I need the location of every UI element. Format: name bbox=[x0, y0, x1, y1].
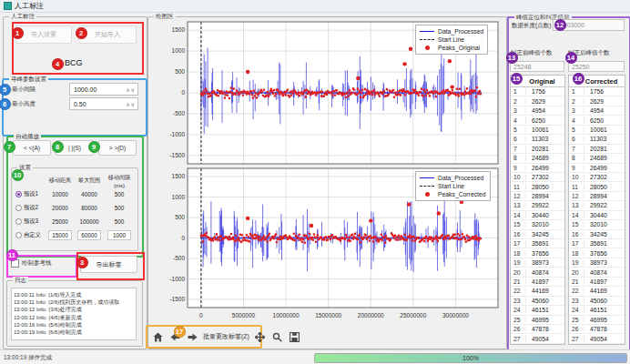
table-row[interactable]: 46250 bbox=[569, 116, 625, 125]
table-row[interactable]: 1027302 bbox=[569, 173, 625, 182]
table-row[interactable]: 824689 bbox=[569, 154, 625, 163]
settings-column-header: 移动间隔(ms) bbox=[105, 174, 134, 188]
table-row[interactable]: 1430440 bbox=[511, 211, 564, 220]
original-peaks-table[interactable]: Original 1175622629349544625051006161130… bbox=[510, 75, 565, 345]
table-row[interactable]: 720281 bbox=[511, 145, 564, 154]
table-row[interactable]: 2749054 bbox=[511, 334, 564, 343]
table-row[interactable]: 1128050 bbox=[511, 182, 564, 191]
forward-icon[interactable] bbox=[186, 329, 198, 344]
autoplay-next-button[interactable]: > >(D) bbox=[98, 140, 137, 156]
table-row[interactable]: 926499 bbox=[569, 164, 625, 173]
table-row[interactable]: 926499 bbox=[511, 164, 564, 173]
table-row[interactable]: 1735691 bbox=[511, 239, 564, 248]
legend-top-chart: Data_ProcessedStart LinePeaks_Original bbox=[415, 25, 488, 55]
custom-value-input[interactable]: 15000 bbox=[48, 230, 72, 240]
svg-text:30000000: 30000000 bbox=[442, 312, 469, 318]
table-row[interactable]: 2040874 bbox=[569, 268, 625, 277]
table-row[interactable]: 2040874 bbox=[511, 268, 564, 277]
data-length-label: 数据长度(点数) bbox=[512, 22, 551, 30]
table-row[interactable]: 611303 bbox=[569, 135, 625, 144]
table-row[interactable]: 46250 bbox=[511, 116, 564, 125]
import-settings-button[interactable]: 导入设置 bbox=[15, 25, 72, 44]
custom-value-input[interactable]: 60000 bbox=[77, 230, 101, 240]
zoom-icon[interactable] bbox=[271, 329, 284, 344]
min-interval-spinbox[interactable]: 1000.00 ∧∨ bbox=[69, 83, 138, 96]
batch-edit-labels-button[interactable]: 批量更改标签(Z) bbox=[203, 332, 249, 341]
draw-reference-checkbox[interactable]: 绘制参考线 bbox=[11, 259, 52, 268]
row-number: 4 bbox=[569, 117, 584, 124]
preset-value[interactable]: 1000 bbox=[105, 230, 134, 240]
table-row[interactable]: 34954 bbox=[511, 106, 564, 116]
table-row[interactable]: 1228994 bbox=[511, 192, 564, 201]
min-height-spinbox[interactable]: 0.50 ∧∨ bbox=[69, 97, 138, 110]
table-row[interactable]: 2345060 bbox=[511, 297, 564, 306]
table-row[interactable]: 11756 bbox=[569, 87, 625, 96]
table-row[interactable]: 1837656 bbox=[511, 248, 564, 258]
row-number: 6 bbox=[511, 136, 526, 142]
table-row[interactable]: 1938973 bbox=[569, 258, 625, 268]
table-row[interactable]: 1532010 bbox=[569, 220, 625, 229]
corrected-peaks-table[interactable]: Corrected 117562262934954462505100616113… bbox=[568, 75, 625, 345]
preset-label: 自定义 bbox=[24, 231, 41, 239]
table-row[interactable]: 2546995 bbox=[511, 316, 564, 325]
table-row[interactable]: 2546995 bbox=[569, 316, 625, 325]
table-row[interactable]: 2345060 bbox=[569, 297, 625, 306]
radio-icon[interactable] bbox=[15, 205, 22, 211]
table-row[interactable]: 22629 bbox=[511, 96, 564, 106]
table-row[interactable]: 2647878 bbox=[569, 325, 625, 334]
table-row[interactable]: 1128050 bbox=[569, 182, 625, 191]
spinner-arrows-icon[interactable]: ∧∨ bbox=[126, 86, 136, 93]
table-row[interactable]: 1027302 bbox=[511, 173, 564, 182]
table-row[interactable]: 510061 bbox=[511, 126, 564, 135]
peak-index-value: 28050 bbox=[526, 184, 549, 190]
table-row[interactable]: 1228994 bbox=[569, 192, 625, 201]
table-row[interactable]: 2446151 bbox=[569, 306, 625, 315]
table-row[interactable]: 2244169 bbox=[569, 287, 625, 296]
table-row[interactable]: 2141897 bbox=[511, 278, 564, 287]
legend-label: Peaks_Corrected bbox=[438, 190, 486, 198]
peak-index-value: 44169 bbox=[526, 288, 549, 294]
log-listbox[interactable]: 13:00:11 Info: (1/6)导入完成13:00:11 Info: (… bbox=[11, 288, 137, 340]
table-row[interactable]: 824689 bbox=[511, 154, 564, 163]
table-row[interactable]: 22629 bbox=[569, 96, 625, 106]
table-row[interactable]: 1430440 bbox=[569, 211, 625, 220]
table-row[interactable]: 1532010 bbox=[511, 220, 564, 229]
table-row[interactable]: 720281 bbox=[569, 145, 625, 154]
table-row[interactable]: 1735691 bbox=[569, 239, 625, 248]
custom-value-input[interactable]: 1000 bbox=[107, 230, 131, 240]
autoplay-prev-button[interactable]: < <(A) bbox=[13, 140, 51, 156]
dash-marker-icon bbox=[420, 35, 434, 44]
pan-icon[interactable] bbox=[254, 329, 267, 344]
table-row[interactable]: 11756 bbox=[511, 87, 564, 96]
table-row[interactable]: 2141897 bbox=[569, 278, 625, 287]
radio-icon[interactable] bbox=[15, 218, 22, 225]
peak-index-value: 30440 bbox=[526, 212, 549, 218]
row-number: 13 bbox=[569, 202, 584, 208]
table-row[interactable]: 1329922 bbox=[569, 201, 625, 210]
peak-index-value: 20281 bbox=[526, 146, 549, 152]
save-icon[interactable] bbox=[289, 329, 301, 344]
preset-value[interactable]: 60000 bbox=[74, 230, 105, 240]
preset-value[interactable]: 15000 bbox=[46, 230, 74, 240]
manual-annotation-group-title: 人工标注 bbox=[9, 13, 36, 20]
table-row[interactable]: 2647878 bbox=[511, 325, 564, 334]
export-labels-button[interactable]: 导出标签 bbox=[80, 256, 137, 273]
table-row[interactable]: 1837656 bbox=[569, 248, 625, 258]
table-row[interactable]: 2749054 bbox=[569, 334, 625, 343]
radio-icon[interactable] bbox=[15, 232, 22, 238]
table-row[interactable]: 1634245 bbox=[511, 230, 564, 239]
table-row[interactable]: 510061 bbox=[569, 126, 625, 135]
table-row[interactable]: 2446151 bbox=[511, 306, 564, 315]
row-number: 18 bbox=[511, 250, 526, 257]
radio-icon[interactable] bbox=[15, 191, 22, 197]
table-row[interactable]: 611303 bbox=[511, 135, 564, 144]
table-row[interactable]: 1634245 bbox=[569, 230, 625, 239]
table-row[interactable]: 1329922 bbox=[511, 201, 564, 210]
table-row[interactable]: 2244169 bbox=[511, 287, 564, 296]
table-row[interactable]: 1938973 bbox=[511, 258, 564, 268]
home-icon[interactable] bbox=[151, 329, 164, 344]
spinner-arrows-icon[interactable]: ∧∨ bbox=[126, 101, 136, 107]
table-row[interactable]: 34954 bbox=[569, 106, 625, 116]
start-import-button[interactable]: 开始导入 bbox=[78, 25, 137, 44]
row-number: 19 bbox=[569, 259, 584, 266]
